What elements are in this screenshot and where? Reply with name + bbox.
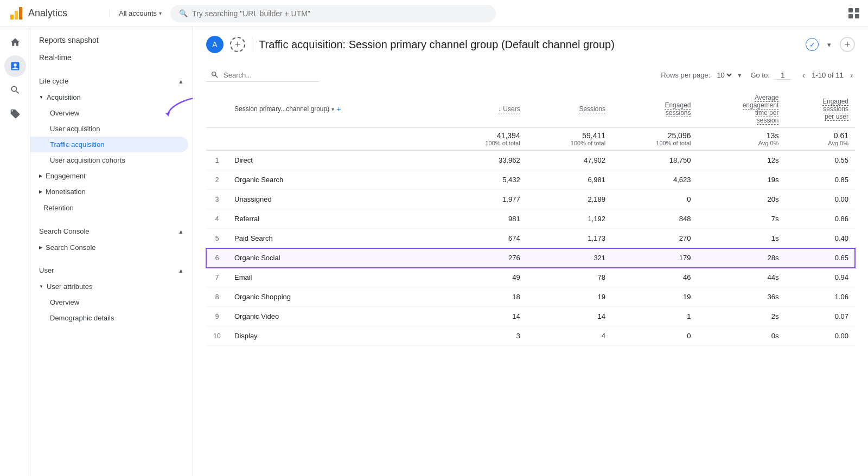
monetisation-bullet-icon: ▶: [39, 189, 42, 194]
account-chevron-icon: ▾: [159, 10, 162, 16]
nav-home[interactable]: [4, 31, 26, 53]
pagination-prev-button[interactable]: ‹: [800, 69, 807, 81]
sidebar-item-traffic-acquisition[interactable]: Traffic acquisition: [30, 137, 188, 152]
user-attributes-group[interactable]: ▼ User attributes: [30, 279, 193, 294]
nav-reports[interactable]: [4, 55, 26, 77]
cell-users: 18: [441, 287, 526, 307]
apps-grid-icon[interactable]: [848, 8, 859, 19]
lifecycle-chevron-icon[interactable]: ▲: [178, 78, 184, 85]
cell-rank: 8: [206, 287, 228, 307]
cell-sessions: 78: [527, 268, 612, 287]
overview-label: Overview: [50, 109, 79, 117]
table-row[interactable]: 10 Display 3 4 0 0s 0.00: [206, 326, 855, 346]
cell-name[interactable]: Paid Search: [228, 229, 441, 248]
search-console-chevron-icon[interactable]: ▲: [178, 228, 184, 235]
cell-name[interactable]: Organic Shopping: [228, 287, 441, 307]
search-bar[interactable]: 🔍: [170, 5, 496, 22]
table-row[interactable]: 3 Unassigned 1,977 2,189 0 20s 0.00: [206, 190, 855, 209]
engaged-per-user-col-header[interactable]: Engagedsessionsper user: [785, 91, 855, 128]
col-filter-label: Session primary...channel group): [234, 105, 329, 113]
cell-name[interactable]: Organic Video: [228, 307, 441, 326]
ua-overview-label: Overview: [50, 298, 79, 306]
table-row[interactable]: 1 Direct 33,962 47,902 18,750 12s 0.55: [206, 150, 855, 170]
pagination: ‹ 1-10 of 11 ›: [800, 69, 855, 81]
nav-search[interactable]: [4, 79, 26, 101]
table-row[interactable]: 9 Organic Video 14 14 1 2s 0.07: [206, 307, 855, 326]
summary-rank: [206, 128, 228, 151]
table-search[interactable]: [206, 68, 319, 82]
cell-users: 1,977: [441, 190, 526, 209]
sidebar-item-demographic-details[interactable]: Demographic details: [30, 310, 188, 326]
cell-name[interactable]: Email: [228, 268, 441, 287]
sidebar-item-overview[interactable]: Overview: [30, 105, 188, 121]
table-row[interactable]: 8 Organic Shopping 18 19 19 36s 1.06: [206, 287, 855, 307]
table-search-input[interactable]: [224, 71, 315, 79]
user-acquisition-cohorts-label: User acquisition cohorts: [50, 156, 125, 164]
sidebar-item-retention[interactable]: Retention: [30, 200, 193, 216]
cell-engaged-sessions: 848: [612, 209, 697, 229]
table-controls-right: Rows per page: 10 25 50 ▾ Go to: ‹ 1-10 …: [661, 69, 855, 81]
sidebar-item-ua-overview[interactable]: Overview: [30, 294, 188, 310]
add-to-report-button[interactable]: +: [840, 37, 855, 52]
search-console-group[interactable]: ▶ Search Console: [30, 240, 193, 255]
cell-engaged-sessions: 270: [612, 229, 697, 248]
icon-nav: [0, 27, 30, 476]
cell-engaged-per-user: 0.85: [785, 170, 855, 190]
lifecycle-section-header: Life cycle ▲: [30, 73, 193, 87]
table-row[interactable]: 5 Paid Search 674 1,173 270 1s 0.40: [206, 229, 855, 248]
engagement-group[interactable]: ▶ Engagement: [30, 168, 193, 184]
cell-sessions: 14: [527, 307, 612, 326]
summary-users: 41,394 100% of total: [441, 128, 526, 151]
monetisation-label: Monetisation: [46, 188, 86, 196]
account-selector[interactable]: All accounts ▾: [110, 9, 162, 17]
cell-engaged-sessions: 179: [612, 248, 697, 268]
table-row[interactable]: 4 Referral 981 1,192 848 7s 0.86: [206, 209, 855, 229]
table-row[interactable]: 7 Email 49 78 46 44s 0.94: [206, 268, 855, 287]
cell-sessions: 1,173: [527, 229, 612, 248]
add-column-button[interactable]: +: [336, 105, 341, 113]
acquisition-label: Acquisition: [47, 93, 81, 101]
users-col-header[interactable]: ↓ Users: [441, 91, 526, 128]
cell-engaged-per-user: 0.55: [785, 150, 855, 170]
sidebar-item-user-acquisition[interactable]: User acquisition: [30, 121, 188, 137]
cell-name[interactable]: Display: [228, 326, 441, 346]
cell-name[interactable]: Referral: [228, 209, 441, 229]
avg-engagement-col-label: Averageengagementtime persession: [743, 94, 779, 125]
users-col-label: ↓ Users: [498, 105, 520, 113]
monetisation-group[interactable]: ▶ Monetisation: [30, 184, 193, 200]
cell-name[interactable]: Unassigned: [228, 190, 441, 209]
add-report-button[interactable]: +: [230, 37, 245, 52]
nav-tag[interactable]: [4, 103, 26, 125]
app-title: Analytics: [28, 8, 67, 19]
cell-name[interactable]: Organic Search: [228, 170, 441, 190]
table-row[interactable]: 6 Organic Social 276 321 179 28s 0.65: [206, 248, 855, 268]
sidebar-item-reports-snapshot[interactable]: Reports snapshot: [30, 31, 193, 49]
col-filter-chevron-icon[interactable]: ▾: [331, 106, 334, 112]
table-row[interactable]: 2 Organic Search 5,432 6,981 4,623 19s 0…: [206, 170, 855, 190]
table-controls: Rows per page: 10 25 50 ▾ Go to: ‹ 1-10 …: [206, 64, 855, 86]
app-body: Reports snapshot Real-time Life cycle ▲ …: [0, 27, 868, 476]
go-to-input[interactable]: [774, 71, 792, 80]
main-content: A + Traffic acquisition: Session primary…: [193, 27, 868, 476]
engaged-sessions-col-header[interactable]: Engagedsessions: [612, 91, 697, 128]
rows-per-page-select[interactable]: 10 25 50: [714, 70, 733, 80]
cell-sessions: 47,902: [527, 150, 612, 170]
sessions-col-header[interactable]: Sessions: [527, 91, 612, 128]
cell-avg-engagement: 7s: [697, 209, 785, 229]
search-input[interactable]: [192, 9, 487, 18]
pagination-label: 1-10 of 11: [812, 71, 844, 79]
pagination-next-button[interactable]: ›: [848, 69, 855, 81]
title-dropdown-button[interactable]: ▾: [823, 38, 835, 51]
cell-name[interactable]: Direct: [228, 150, 441, 170]
avg-engagement-col-header[interactable]: Averageengagementtime persession: [697, 91, 785, 128]
sidebar-item-user-acquisition-cohorts[interactable]: User acquisition cohorts: [30, 152, 188, 168]
sidebar-item-realtime[interactable]: Real-time: [30, 49, 193, 66]
cell-avg-engagement: 36s: [697, 287, 785, 307]
retention-label: Retention: [43, 204, 74, 212]
cell-engaged-per-user: 0.07: [785, 307, 855, 326]
acquisition-group[interactable]: ▼ Acquisition: [30, 89, 193, 105]
user-section-chevron-icon[interactable]: ▲: [178, 267, 184, 274]
cell-sessions: 1,192: [527, 209, 612, 229]
cell-name[interactable]: Organic Social: [228, 248, 441, 268]
summary-engaged-sessions: 25,096 100% of total: [612, 128, 697, 151]
